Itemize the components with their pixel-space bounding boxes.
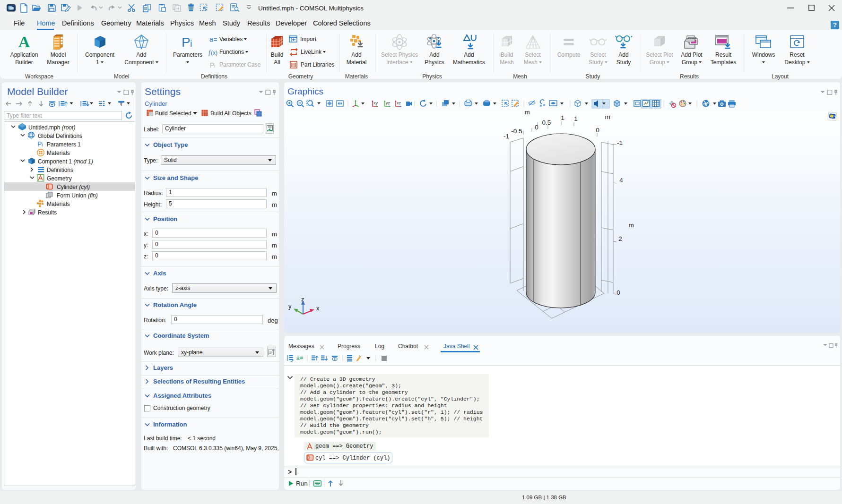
svg-text:y: y [288,303,292,310]
svg-text:A: A [18,34,30,50]
svg-text:i: i [42,142,43,147]
svg-text:-1: -1 [503,133,509,140]
svg-text:0.5: 0.5 [542,119,551,126]
svg-text:a: a [296,355,300,361]
svg-text:-1: -1 [617,139,623,146]
svg-text:0: 0 [596,127,599,134]
svg-text:0: 0 [535,124,538,131]
svg-text:m: m [628,222,634,229]
svg-text:i: i [214,63,215,68]
svg-text:i: i [190,38,192,49]
svg-text:4: 4 [619,177,623,184]
svg-text:xz: xz [397,101,401,105]
svg-text:x: x [316,305,320,312]
svg-text:0: 0 [616,289,620,296]
svg-text:-0.5: -0.5 [511,128,522,135]
svg-text:z: z [301,296,304,303]
svg-text:(x): (x) [211,50,217,56]
svg-text:P: P [37,140,42,148]
svg-text:P: P [182,35,191,50]
svg-text:P: P [210,62,214,69]
svg-text:xy: xy [373,101,378,105]
svg-text:2: 2 [618,235,622,242]
svg-text:1: 1 [574,115,578,122]
svg-text:a: a [209,36,213,43]
svg-text:m: m [605,113,610,120]
svg-text:m: m [524,110,530,116]
svg-text:1: 1 [561,114,564,121]
svg-text:yz: yz [386,101,391,105]
